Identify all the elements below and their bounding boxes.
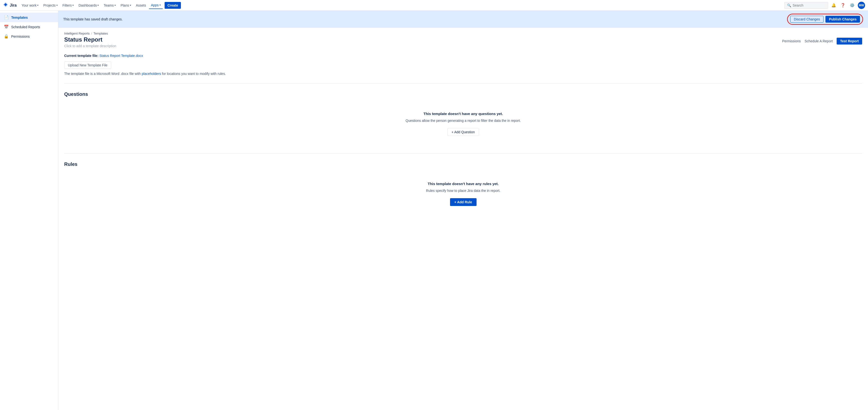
- chevron-down-icon: ▾: [130, 4, 131, 6]
- jira-logo-icon: [3, 2, 8, 8]
- page-title: Status Report: [64, 36, 116, 43]
- questions-empty-state: This template doesn't have any questions…: [64, 102, 862, 146]
- template-file-area: Current template file: Status Report Tem…: [64, 54, 862, 75]
- add-question-button[interactable]: + Add Question: [447, 128, 479, 136]
- settings-button[interactable]: ⚙️: [848, 2, 856, 9]
- nav-projects[interactable]: Projects ▾: [41, 2, 60, 9]
- permissions-link[interactable]: Permissions: [782, 39, 801, 43]
- search-input[interactable]: [793, 3, 822, 7]
- sidebar-item-permissions[interactable]: 🔒 Permissions: [0, 32, 58, 41]
- nav-teams[interactable]: Teams ▾: [102, 2, 118, 9]
- rules-empty-desc: Rules specify how to place Jira data the…: [69, 188, 857, 193]
- publish-changes-button[interactable]: Publish Changes: [826, 16, 860, 23]
- template-file-link[interactable]: Status Report Template.docx: [99, 54, 143, 58]
- template-description: The template file is a Microsoft Word .d…: [64, 72, 862, 75]
- sidebar-item-templates[interactable]: 📄 Templates: [0, 13, 58, 22]
- header-actions: Permissions Schedule A Report Test Repor…: [782, 36, 862, 44]
- content-area: Intelligent Reports / Templates Status R…: [58, 28, 868, 225]
- page-header: Status Report Click to add a template de…: [64, 36, 862, 48]
- search-icon: 🔍: [787, 3, 791, 7]
- nav-plans[interactable]: Plans ▾: [119, 2, 133, 9]
- questions-empty-title: This template doesn't have any questions…: [69, 112, 857, 116]
- breadcrumb-parent[interactable]: Intelligent Reports: [64, 32, 90, 35]
- questions-empty-desc: Questions allow the person generating a …: [69, 118, 857, 123]
- add-rule-button[interactable]: + Add Rule: [450, 198, 476, 206]
- chevron-down-icon: ▾: [72, 4, 74, 6]
- nav-dashboards[interactable]: Dashboards ▾: [76, 2, 101, 9]
- rules-empty-title: This template doesn't have any rules yet…: [69, 182, 857, 186]
- chevron-down-icon: ▾: [97, 4, 99, 6]
- chevron-down-icon: ▾: [56, 4, 58, 6]
- notifications-button[interactable]: 🔔: [830, 2, 837, 9]
- chevron-down-icon: ▾: [115, 4, 116, 6]
- help-button[interactable]: ❓: [839, 2, 847, 9]
- nav-your-work[interactable]: Your work ▾: [20, 2, 40, 9]
- schedule-report-link[interactable]: Schedule A Report: [805, 39, 833, 43]
- main-content: This template has saved draft changes. D…: [58, 11, 868, 410]
- sidebar-item-scheduled-reports[interactable]: 📅 Scheduled Reports: [0, 22, 58, 32]
- nav-assets[interactable]: Assets: [134, 2, 148, 9]
- placeholders-link[interactable]: placeholders: [142, 72, 161, 75]
- search-box[interactable]: 🔍: [784, 2, 828, 9]
- test-report-button[interactable]: Test Report: [837, 38, 862, 44]
- nav-apps[interactable]: Apps ▾: [149, 2, 163, 9]
- breadcrumb-current: Templates: [93, 32, 108, 35]
- discard-changes-button[interactable]: Discard Changes: [790, 16, 824, 23]
- questions-section-title: Questions: [64, 91, 862, 97]
- template-file-label: Current template file: Status Report Tem…: [64, 54, 862, 58]
- rules-section-title: Rules: [64, 161, 862, 167]
- breadcrumb-separator: /: [91, 32, 92, 35]
- questions-section: Questions This template doesn't have any…: [64, 91, 862, 146]
- calendar-icon: 📅: [4, 25, 9, 29]
- upload-template-button[interactable]: Upload New Template File: [64, 62, 111, 69]
- chevron-down-icon: ▾: [37, 4, 38, 6]
- templates-icon: 📄: [4, 15, 9, 20]
- draft-banner-text: This template has saved draft changes.: [63, 17, 123, 21]
- create-button[interactable]: Create: [165, 2, 181, 9]
- avatar[interactable]: MW: [858, 2, 865, 9]
- chevron-down-icon: ▾: [159, 4, 161, 6]
- breadcrumb: Intelligent Reports / Templates: [64, 28, 862, 36]
- nav-filters[interactable]: Filters ▾: [61, 2, 75, 9]
- rules-section: Rules This template doesn't have any rul…: [64, 161, 862, 216]
- draft-actions-highlight: Discard Changes Publish Changes: [787, 13, 863, 25]
- sidebar: 📄 Templates 📅 Scheduled Reports 🔒 Permis…: [0, 11, 58, 410]
- rules-empty-state: This template doesn't have any rules yet…: [64, 172, 862, 216]
- lock-icon: 🔒: [4, 34, 9, 39]
- page-description[interactable]: Click to add a template description: [64, 44, 116, 48]
- logo[interactable]: Jira: [3, 2, 17, 8]
- logo-text: Jira: [10, 3, 17, 7]
- draft-banner: This template has saved draft changes. D…: [58, 11, 868, 28]
- top-navigation: Jira Your work ▾ Projects ▾ Filters ▾ Da…: [0, 0, 868, 11]
